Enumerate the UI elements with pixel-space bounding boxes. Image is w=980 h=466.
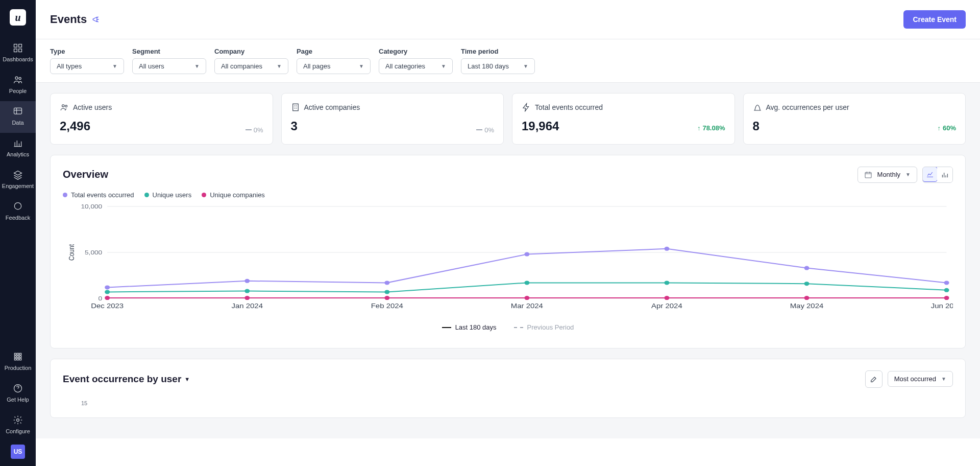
sidebar-item-dashboards[interactable]: Dashboards (0, 38, 36, 69)
stat-card-avg-occurrences: Avg. occurrences per user 8 ↑ 60% (743, 93, 966, 145)
stat-value: 3 (291, 119, 298, 133)
chart-period-legend: Last 180 days Previous Period (63, 323, 953, 331)
filter-category-select[interactable]: All categories▼ (379, 58, 453, 74)
svg-rect-2 (14, 49, 17, 52)
filter-time-period-select[interactable]: Last 180 days▼ (461, 58, 535, 74)
svg-rect-14 (14, 358, 16, 360)
sidebar-item-label: Configure (6, 428, 30, 434)
chevron-down-icon: ▼ (184, 376, 190, 382)
people-icon (13, 75, 23, 85)
stat-card-active-companies: Active companies 3 0% (281, 93, 504, 145)
svg-rect-22 (865, 172, 871, 178)
svg-point-43 (944, 288, 949, 292)
svg-point-32 (384, 281, 389, 285)
svg-rect-15 (17, 358, 18, 360)
chevron-down-icon: ▼ (359, 63, 364, 69)
event-occurrence-panel: Event occurrence by user ▼ Most occurred… (50, 359, 966, 418)
sidebar-item-help[interactable]: Get Help (0, 378, 36, 410)
svg-point-18 (17, 419, 19, 422)
filter-type: Type All types▼ (50, 48, 124, 74)
bell-curve-icon (753, 103, 762, 112)
svg-point-30 (105, 285, 110, 289)
filter-segment: Segment All users▼ (132, 48, 206, 74)
svg-point-33 (524, 252, 529, 256)
sidebar-item-data[interactable]: Data (0, 101, 36, 133)
interval-select[interactable]: Monthly ▼ (857, 167, 917, 183)
bar-chart-icon (941, 171, 949, 179)
sidebar-item-configure[interactable]: Configure (0, 410, 36, 441)
svg-rect-11 (14, 356, 16, 357)
svg-rect-21 (292, 104, 298, 111)
filter-page: Page All pages▼ (297, 48, 371, 74)
sidebar-item-analytics[interactable]: Analytics (0, 133, 36, 165)
chevron-down-icon: ▼ (905, 172, 911, 177)
svg-point-45 (244, 296, 250, 300)
sidebar-item-label: Data (12, 120, 23, 126)
sidebar-bottom: Production Get Help Configure US (0, 346, 36, 459)
svg-text:Jun 2024: Jun 2024 (931, 302, 953, 309)
event-occurrence-title[interactable]: Event occurrence by user ▼ (63, 374, 190, 385)
svg-text:Jan 2024: Jan 2024 (232, 302, 263, 309)
create-event-button[interactable]: Create Event (903, 10, 966, 29)
svg-rect-1 (19, 44, 22, 48)
sidebar-item-engagement[interactable]: Engagement (0, 165, 36, 196)
sidebar-item-production[interactable]: Production (0, 346, 36, 378)
logo[interactable]: u (10, 9, 26, 26)
stat-change: ↑ 60% (937, 124, 956, 132)
chart-svg: 05,00010,000CountDec 2023Jan 2024Feb 202… (63, 204, 953, 311)
svg-text:5,000: 5,000 (85, 249, 102, 255)
edit-button[interactable] (865, 370, 883, 388)
pencil-icon (870, 375, 878, 383)
stat-title: Avg. occurrences per user (766, 103, 849, 111)
gear-icon (13, 415, 23, 425)
svg-rect-3 (19, 49, 22, 52)
svg-rect-0 (14, 44, 17, 48)
legend-item: Unique companies (202, 191, 265, 199)
main: Events Create Event Type All types▼ Segm… (36, 0, 980, 466)
filter-type-select[interactable]: All types▼ (50, 58, 124, 74)
megaphone-icon (92, 15, 101, 24)
sidebar-item-people[interactable]: People (0, 69, 36, 101)
apps-icon (13, 352, 23, 362)
sort-select[interactable]: Most occurred ▼ (888, 371, 953, 387)
filter-label: Page (297, 48, 371, 55)
filter-page-select[interactable]: All pages▼ (297, 58, 371, 74)
svg-point-5 (19, 77, 21, 79)
svg-point-38 (244, 289, 250, 293)
page-header: Events Create Event (36, 0, 980, 39)
avatar[interactable]: US (11, 445, 25, 459)
stat-change: 0% (246, 126, 263, 134)
svg-rect-16 (19, 358, 21, 360)
filter-label: Company (214, 48, 288, 55)
svg-rect-8 (14, 353, 16, 355)
svg-text:0: 0 (99, 295, 103, 301)
svg-rect-6 (14, 108, 22, 114)
building-icon (291, 103, 300, 112)
filter-time-period: Time period Last 180 days▼ (461, 48, 535, 74)
content-area: Active users 2,496 0% Active companies 3… (36, 83, 980, 438)
sidebar-item-feedback[interactable]: Feedback (0, 196, 36, 228)
stats-row: Active users 2,496 0% Active companies 3… (50, 93, 966, 145)
stat-change: 0% (476, 126, 494, 134)
sidebar-item-label: Analytics (7, 151, 29, 157)
calendar-icon (864, 171, 872, 179)
filter-company-select[interactable]: All companies▼ (214, 58, 288, 74)
stat-value: 19,964 (522, 119, 559, 133)
svg-point-37 (105, 290, 110, 294)
filter-segment-select[interactable]: All users▼ (132, 58, 206, 74)
sidebar-item-label: Production (5, 365, 32, 371)
svg-point-39 (384, 290, 389, 294)
chevron-down-icon: ▼ (941, 376, 946, 382)
y-axis-tick: 15 (63, 388, 953, 406)
svg-point-31 (244, 278, 250, 283)
bar-chart-toggle[interactable] (937, 167, 952, 182)
svg-point-42 (804, 282, 810, 286)
chevron-down-icon: ▼ (277, 63, 282, 69)
sidebar-item-label: Get Help (7, 397, 29, 403)
filter-label: Type (50, 48, 124, 55)
bolt-icon (522, 103, 531, 112)
overview-panel: Overview Monthly ▼ (50, 155, 966, 348)
svg-rect-10 (19, 353, 21, 355)
sidebar-item-label: People (9, 88, 27, 94)
line-chart-toggle[interactable] (922, 167, 938, 182)
